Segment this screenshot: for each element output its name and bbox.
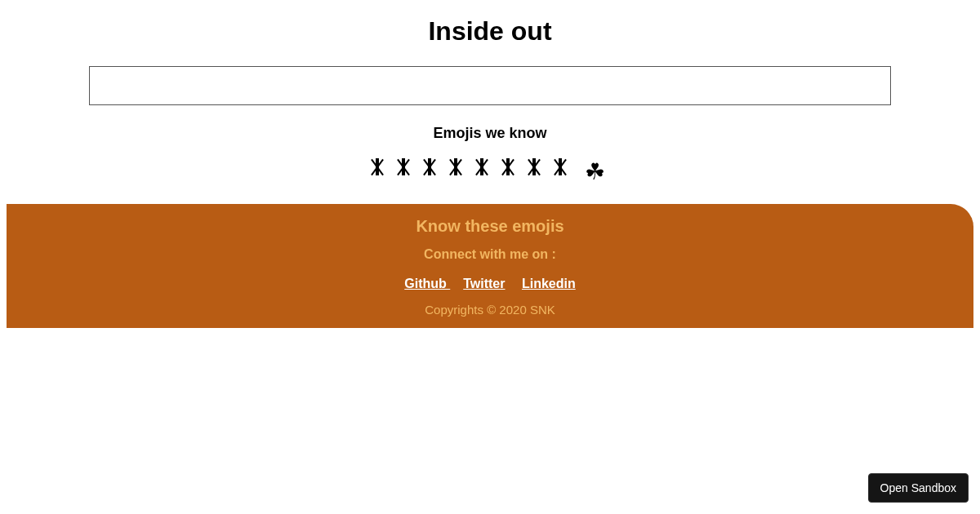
footer-connect-label: Connect with me on : <box>7 247 973 262</box>
emoji-glyph-5[interactable] <box>480 160 483 184</box>
emoji-glyph-6[interactable] <box>506 160 510 184</box>
main-input[interactable] <box>89 66 891 105</box>
linkedin-link[interactable]: Linkedin <box>522 277 576 290</box>
emoji-glyph-2[interactable] <box>402 160 405 184</box>
emoji-glyph-1[interactable] <box>376 160 379 184</box>
shamrock-icon[interactable]: ☘ <box>585 160 605 184</box>
emoji-glyph-7[interactable] <box>532 160 536 184</box>
page-title: Inside out <box>0 16 980 47</box>
input-wrap <box>89 66 891 105</box>
footer-title: Know these emojis <box>7 217 973 236</box>
open-sandbox-button[interactable]: Open Sandbox <box>868 473 969 503</box>
github-link[interactable]: Github <box>404 277 450 290</box>
app-container: Inside out Emojis we know ☘ Know these e… <box>0 16 980 328</box>
footer: Know these emojis Connect with me on : G… <box>7 204 973 328</box>
footer-copyright: Copyrights © 2020 SNK <box>7 303 973 317</box>
footer-links: Github Twitter Linkedin <box>7 277 973 291</box>
emoji-glyph-8[interactable] <box>559 160 562 184</box>
emoji-row: ☘ <box>0 160 980 184</box>
twitter-link[interactable]: Twitter <box>463 277 505 290</box>
emoji-glyph-4[interactable] <box>454 160 457 184</box>
emoji-glyph-3[interactable] <box>428 160 431 184</box>
emojis-heading: Emojis we know <box>0 125 980 142</box>
